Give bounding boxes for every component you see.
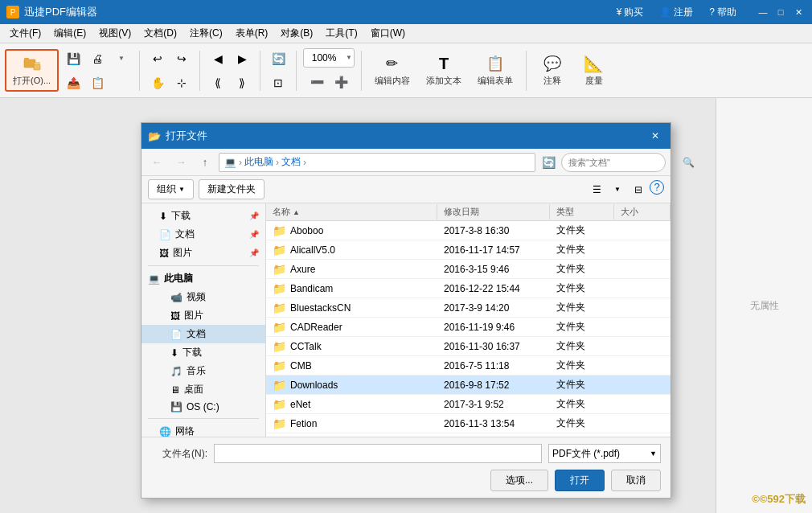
view-pane-button[interactable]: ⊟ <box>629 180 648 199</box>
nav-forward-button[interactable]: → <box>170 153 191 172</box>
sidebar-item-music[interactable]: 🎵 音乐 <box>141 362 265 380</box>
sidebar-item-desktop[interactable]: 🖥 桌面 <box>141 380 265 399</box>
menu-tools[interactable]: 工具(T) <box>319 25 363 42</box>
menu-object[interactable]: 对象(B) <box>274 25 319 42</box>
organize-button[interactable]: 组织 ▼ <box>148 179 194 199</box>
sidebar-item-network[interactable]: 🌐 网络 <box>141 422 265 437</box>
refresh-path-button[interactable]: 🔄 <box>539 153 558 172</box>
options-button[interactable]: 选项... <box>490 470 548 491</box>
path-root[interactable]: 此电脑 <box>244 155 273 169</box>
table-row[interactable]: 📁Bandicam2016-12-22 15:44文件夹 <box>266 279 671 298</box>
sidebar-item-docs-quick[interactable]: 📄 文档 📌 <box>141 225 265 244</box>
sidebar-item-this-pc[interactable]: 💻 此电脑 <box>141 269 265 288</box>
close-button[interactable]: ✕ <box>791 5 806 19</box>
select-tool[interactable]: ⊹ <box>170 72 193 94</box>
edit-form-button[interactable]: 📋 编辑表单 <box>471 51 519 90</box>
title-bar-right: ¥ 购买 👤 注册 ? 帮助 — □ ✕ <box>613 4 806 21</box>
buy-action[interactable]: ¥ 购买 <box>613 4 647 21</box>
undo-redo-group: ↩ ↪ ✋ ⊹ <box>146 47 193 94</box>
save-button[interactable]: 💾 <box>62 47 84 70</box>
help-action[interactable]: ? 帮助 <box>706 4 740 21</box>
dialog-folder-icon: 📂 <box>148 130 161 142</box>
help-dialog-button[interactable]: ? <box>650 180 664 195</box>
zoom-out-btn[interactable]: ➖ <box>306 71 328 93</box>
measure-button[interactable]: 📐 度量 <box>575 51 613 90</box>
comment-button[interactable]: 💬 注释 <box>533 51 572 90</box>
col-header-type[interactable]: 类型 <box>550 204 614 220</box>
sidebar-item-downloads-quick[interactable]: ⬇ 下载 📌 <box>141 207 265 225</box>
table-row[interactable]: 📁Fetion2016-11-3 13:54文件夹 <box>266 414 671 433</box>
print-dropdown[interactable]: ▼ <box>110 47 133 70</box>
menu-file[interactable]: 文件(F) <box>3 25 47 42</box>
sidebar-item-downloads[interactable]: ⬇ 下载 <box>141 343 265 362</box>
menu-window[interactable]: 窗口(W) <box>364 25 412 42</box>
table-row[interactable]: 📁CMB2016-7-5 11:18文件夹 <box>266 356 671 376</box>
path-parent[interactable]: 文档 <box>281 155 301 169</box>
table-row[interactable]: 📁Aboboo2017-3-8 16:30文件夹 <box>266 221 671 240</box>
menu-doc[interactable]: 文档(D) <box>137 25 183 42</box>
table-row[interactable]: 📁eNet2017-3-1 9:52文件夹 <box>266 395 671 414</box>
zoom-input[interactable] <box>304 52 344 64</box>
sidebar-item-pics-quick[interactable]: 🖼 图片 📌 <box>141 244 265 262</box>
sidebar-item-videos[interactable]: 📹 视频 <box>141 288 265 306</box>
redo-button[interactable]: ↪ <box>170 47 193 70</box>
next-page-btn[interactable]: ▶ <box>231 47 253 70</box>
menu-bar: 文件(F) 编辑(E) 视图(V) 文档(D) 注释(C) 表单(R) 对象(B… <box>0 24 812 43</box>
filename-input[interactable] <box>214 444 542 463</box>
maximize-button[interactable]: □ <box>773 5 788 19</box>
dialog-close-button[interactable]: ✕ <box>646 127 664 145</box>
zoom-fit-btn[interactable]: ⊡ <box>267 72 289 94</box>
view-detail-button[interactable]: ☰ <box>587 180 606 199</box>
col-header-size[interactable]: 大小 <box>614 204 671 220</box>
zoom-in-btn[interactable]: ➕ <box>330 71 352 93</box>
add-text-button[interactable]: T 添加文本 <box>420 51 468 90</box>
zoom-dropdown[interactable]: ▼ <box>344 52 354 63</box>
col-header-name[interactable]: 名称 ▲ <box>266 204 437 220</box>
sidebar-downloads-label-2: 下载 <box>182 346 202 359</box>
filetype-select[interactable]: PDF文件 (*.pdf) ▼ <box>548 444 661 463</box>
last-page-btn[interactable]: ⟫ <box>231 72 253 94</box>
cancel-button[interactable]: 取消 <box>611 470 661 491</box>
open-file-button[interactable]: 打开 <box>555 470 605 491</box>
menu-edit[interactable]: 编辑(E) <box>47 25 92 42</box>
table-row[interactable]: 📁CADReader2016-11-19 9:46文件夹 <box>266 318 671 337</box>
register-action[interactable]: 👤 注册 <box>656 4 696 21</box>
first-page-btn[interactable]: ⟪ <box>207 72 229 94</box>
hand-tool[interactable]: ✋ <box>146 72 169 94</box>
desktop-icon: 🖥 <box>170 384 180 396</box>
separator-6 <box>526 51 527 91</box>
sidebar-item-pictures[interactable]: 🖼 图片 <box>141 306 265 325</box>
organize-label: 组织 <box>157 183 176 196</box>
sidebar-item-os-c[interactable]: 💾 OS (C:) <box>141 399 265 415</box>
dialog-title-bar: 📂 打开文件 ✕ <box>141 123 671 149</box>
view-dropdown-button[interactable]: ▼ <box>608 180 627 199</box>
table-row[interactable]: 📁Downloads2016-9-8 17:52文件夹 <box>266 376 671 395</box>
file-list-area[interactable]: 名称 ▲ 修改日期 类型 大小 <box>266 203 671 437</box>
nav-back-button[interactable]: ← <box>146 153 167 172</box>
col-header-date[interactable]: 修改日期 <box>437 204 550 220</box>
prev-page-btn[interactable]: ◀ <box>207 47 229 70</box>
search-input[interactable] <box>568 158 679 167</box>
menu-comment[interactable]: 注释(C) <box>183 25 229 42</box>
open-button[interactable]: 打开(O)... <box>5 49 59 92</box>
table-row[interactable]: 📁Axure2016-3-15 9:46文件夹 <box>266 260 671 279</box>
export-button[interactable]: 📤 <box>62 72 84 94</box>
refresh-button[interactable]: 🔄 <box>267 47 289 70</box>
menu-form[interactable]: 表单(R) <box>229 25 275 42</box>
music-icon: 🎵 <box>170 366 182 377</box>
undo-button[interactable]: ↩ <box>146 47 169 70</box>
edit-content-icon: ✏ <box>383 54 402 73</box>
nav-up-button[interactable]: ↑ <box>195 153 215 172</box>
sidebar-item-documents[interactable]: 📄 文档 <box>141 325 265 343</box>
new-folder-button[interactable]: 新建文件夹 <box>199 179 265 199</box>
table-row[interactable]: 📁CCTalk2016-11-30 16:37文件夹 <box>266 337 671 356</box>
table-row[interactable]: 📁AlicallV5.02016-11-17 14:57文件夹 <box>266 240 671 260</box>
share-button[interactable]: 📋 <box>86 72 109 94</box>
edit-content-button[interactable]: ✏ 编辑内容 <box>368 51 416 90</box>
minimize-button[interactable]: — <box>756 5 770 19</box>
menu-view[interactable]: 视图(V) <box>92 25 137 42</box>
zoom-group: ▼ ➖ ➕ <box>303 48 355 93</box>
print-button[interactable]: 🖨 <box>86 47 109 70</box>
dialog-footer: 文件名(N): PDF文件 (*.pdf) ▼ 选项... 打开 <box>141 437 671 498</box>
table-row[interactable]: 📁BluestacksCN2017-3-9 14:20文件夹 <box>266 298 671 318</box>
